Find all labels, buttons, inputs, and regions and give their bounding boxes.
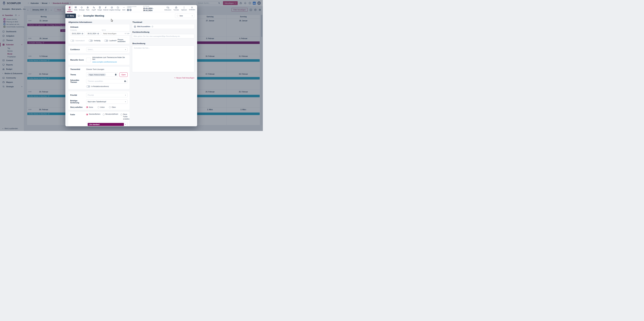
chevron-down-icon: ▼	[125, 49, 126, 50]
story-owner-block: THEMEN-/STORY-OWNER: 2	[127, 6, 141, 11]
radio-benutzerdefiniert[interactable]	[103, 114, 104, 115]
story-title[interactable]: Scompler Meeting	[83, 15, 104, 17]
smiley-icon	[78, 15, 80, 17]
section-heading: Allgemeine Informationen	[68, 21, 130, 23]
radio-standardfarben[interactable]	[86, 114, 88, 115]
themenscore-link[interactable]: www.scompler.com/themenscore	[92, 61, 117, 63]
prioritaet-placeholder: Priorität	[88, 94, 124, 96]
status-dot	[177, 15, 178, 17]
edit-phases-button[interactable]: Phasen bearbeiten	[115, 39, 128, 43]
story-anheften-label: Story anheften	[70, 106, 86, 108]
notiz-counter: 0 / 100	[125, 33, 130, 34]
thema-chip[interactable]: Tipps, Tricks & Hacks	[88, 74, 106, 76]
team-icon	[87, 6, 89, 9]
tab-label: Material	[103, 9, 108, 11]
tab-mehr[interactable]: Mehr	[121, 5, 127, 12]
ellipsis-icon	[123, 6, 125, 9]
toggle-label: In Redaktionskonferenz	[91, 86, 109, 87]
status-value: Idee	[180, 15, 190, 17]
discussion-button[interactable]: Diskussion	[164, 6, 171, 11]
tab-label: Strategie	[79, 9, 85, 11]
tab-label: Zugriff	[92, 9, 96, 11]
beschreibung-textarea[interactable]	[132, 46, 194, 72]
add-field-button[interactable]: +Neues Feld hinzufügen	[132, 77, 194, 79]
prioritaet-label: Priorität	[70, 94, 86, 96]
info-doc-icon	[68, 6, 71, 9]
toggle-automatisch[interactable]	[70, 40, 74, 42]
tab-beitraege[interactable]: Beiträge	[115, 5, 121, 12]
zeitraum-card: Zeitraum PHASE(N) 23.01.2024 30.01.2024	[68, 24, 130, 44]
tab-label: Mehr	[122, 9, 126, 11]
selected-color-bar: Lila standard	[88, 123, 124, 126]
tab-label: Aufgaben	[109, 9, 115, 11]
tutorials-button[interactable]: Tutorials	[173, 6, 179, 11]
date-from-input[interactable]: 23.01.2024	[70, 32, 85, 36]
zeitraum-heading: Zeitraum	[70, 26, 128, 28]
kurzbeschreibung-input[interactable]	[132, 34, 194, 39]
tab-material[interactable]: Material	[103, 5, 109, 12]
modal-right-column: Thumbnail Bild Auswählen Kurzbeschreibun…	[132, 20, 194, 79]
toggle-label: Laufend	[109, 40, 115, 42]
emoji-picker[interactable]: ▼	[78, 15, 82, 17]
modal-header-right: THEMEN-/STORY-OWNER: 2 ZEITRAUM: 23.01.2…	[127, 5, 195, 12]
sekundaere-themen-input[interactable]: Themen auswählen	[86, 79, 128, 83]
owner-avatar-count[interactable]: 2	[130, 9, 132, 11]
action-label: Tutorials	[174, 9, 179, 11]
confidence-placeholder: Select...	[88, 49, 124, 51]
notiz-text-input[interactable]	[103, 33, 124, 35]
notiz-input[interactable]: 0 / 100	[102, 32, 131, 36]
chevron-down-icon: ▼	[192, 15, 193, 17]
confidence-card: Confidence Select... ▼	[68, 46, 130, 53]
sorting-card: Priorität Priorität ▼ Beiträge-Sortierun…	[68, 91, 130, 110]
close-button[interactable]: Schließen	[189, 6, 195, 11]
phase-label: PHASE(N)	[70, 29, 100, 31]
score-info-text: Informationen zum Themenscore finden Sie…	[92, 57, 128, 60]
grid-icon	[74, 6, 77, 9]
date-to-input[interactable]: 30.01.2024	[86, 32, 100, 36]
options-button[interactable]: Optionen	[181, 6, 187, 11]
beschreibung-heading: Beschreibung	[132, 43, 194, 45]
open-thema-button[interactable]: Open	[120, 73, 128, 77]
story-badge-label: Story	[70, 15, 74, 17]
kebab-menu-icon	[183, 6, 185, 9]
beitraege-sortierung-select[interactable]: Nach dem Tabellenkopf ▼	[86, 100, 128, 104]
status-select[interactable]: Idee ▼	[175, 14, 194, 18]
toggle-vorlaeufig[interactable]	[89, 40, 93, 42]
beitraege-sortierung-label: Beiträge-Sortierung	[70, 100, 86, 104]
sekundaere-themen-label: Sekundäre Themen	[70, 79, 86, 83]
farbe-label: Farbe	[70, 114, 86, 116]
books-icon	[124, 80, 126, 82]
radio-pin-unten[interactable]	[98, 106, 100, 108]
mouse-cursor	[111, 19, 113, 22]
owner-avatar[interactable]	[127, 9, 129, 11]
kurzbeschreibung-heading: Kurzbeschreibung	[132, 31, 194, 33]
toggle-laufend[interactable]	[104, 40, 108, 42]
manual-score-label: Manueller Score	[70, 59, 86, 61]
owner-avatars[interactable]: 2	[127, 9, 141, 11]
tab-label: Extra	[74, 9, 78, 11]
tab-strategie[interactable]: Strategie	[79, 5, 85, 12]
color-select[interactable]: Lila standard ▼	[86, 122, 128, 126]
tab-aufgaben[interactable]: Aufgaben	[109, 5, 115, 12]
pick-image-button[interactable]: Bild Auswählen	[132, 24, 194, 29]
tab-team[interactable]: Team	[85, 5, 91, 12]
confidence-label: Confidence	[70, 49, 86, 51]
tab-budget[interactable]: Budget	[97, 5, 103, 12]
prioritaet-select[interactable]: Priorität ▼	[86, 93, 128, 97]
calculator-icon	[99, 6, 101, 9]
radio-pin-oben[interactable]	[109, 106, 111, 108]
toggle-label: Vorläufig	[94, 40, 100, 42]
tab-extra[interactable]: Extra	[73, 5, 79, 12]
confidence-select[interactable]: Select... ▼	[86, 48, 128, 52]
toggle-redaktionskonferenz[interactable]	[86, 85, 90, 88]
thema-input[interactable]: Tipps, Tricks & Hacks	[86, 73, 118, 77]
tab-zugriff[interactable]: Zugriff	[91, 5, 97, 12]
sliders-icon	[115, 40, 117, 42]
modal-title-row: Story ▼ Scompler Meeting Idee ▼	[65, 12, 197, 20]
radio-pin-keine[interactable]	[86, 106, 88, 108]
manual-score-input[interactable]	[86, 58, 91, 62]
journal-icon	[115, 74, 117, 76]
radio-neue-farbe[interactable]	[120, 114, 122, 115]
tab-info[interactable]: Info	[67, 5, 73, 12]
notiz-label: NOTIZ	[102, 29, 131, 31]
